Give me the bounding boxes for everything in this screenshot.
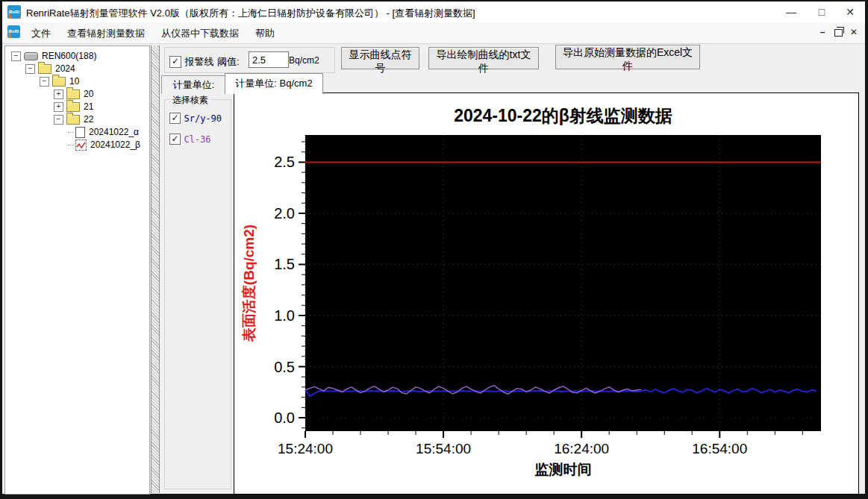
tree-item-label: 20 (84, 89, 93, 99)
chart-file-icon (75, 139, 87, 151)
app-logo-icon: RnRi (7, 5, 21, 19)
maximize-button[interactable]: □ (809, 1, 834, 22)
y-axis-label: 表面活度(Bq/cm2) (241, 225, 257, 342)
alarm-line-group: ✓ 报警线 阈值: Bq/cm2 (164, 47, 335, 73)
x-tick-label: 15:54:00 (416, 441, 471, 456)
tree-item-label: 20241022_β (90, 139, 140, 150)
nuclide-checkbox-cl-36[interactable]: ✓ Cl-36 (169, 133, 211, 145)
tree-item[interactable]: 20241022_α (8, 126, 149, 139)
tab-unit-cps[interactable]: 计量单位: CPS (161, 75, 226, 93)
expand-toggle-icon[interactable]: + (54, 102, 63, 112)
nuclide-label: Sr/y-90 (184, 113, 222, 124)
menu-items: 文件查看辐射测量数据从仪器中下载数据帮助 (23, 22, 283, 45)
show-curve-points-button[interactable]: 显示曲线点符号 (341, 47, 419, 69)
document-icon (75, 127, 85, 138)
menu-item-1[interactable]: 查看辐射测量数据 (59, 22, 153, 45)
chart-title: 2024-10-22的β射线监测数据 (454, 106, 672, 125)
x-axis-label: 监测时间 (535, 462, 592, 477)
x-tick-label: 15:24:00 (278, 441, 333, 456)
device-icon (24, 52, 38, 60)
mdi-document-icon: RnRi (7, 25, 20, 38)
tree-item[interactable]: +20 (8, 88, 149, 101)
mdi-minimize-button[interactable]: – (816, 25, 829, 39)
tree-item-label: 21 (84, 101, 93, 112)
tree-item-label: 22 (84, 114, 93, 125)
tree-item[interactable]: −2024 (8, 63, 149, 75)
mdi-close-button[interactable]: ✕ (847, 25, 861, 39)
nuclide-label: Cl-36 (184, 134, 210, 145)
alarm-line-label: 报警线 (184, 56, 213, 67)
y-tick-label: 1.0 (274, 307, 295, 324)
tree-item-label: REN600(188) (42, 51, 96, 61)
collapse-toggle-icon[interactable]: − (54, 115, 63, 125)
checkbox-check-icon: ✓ (169, 56, 181, 68)
x-tick-label: 16:24:00 (554, 441, 609, 456)
tree-item[interactable]: −REN600(188) (8, 50, 149, 63)
collapse-toggle-icon[interactable]: − (40, 77, 49, 87)
folder-icon (38, 64, 51, 74)
expand-toggle-icon[interactable]: + (54, 90, 63, 99)
menu-bar: RnRi 文件查看辐射测量数据从仪器中下载数据帮助 – ✕ (2, 22, 865, 44)
tree-item-label: 20241022_α (89, 127, 139, 137)
nuclide-select-group: 选择核素 ✓ Sr/y-90 ✓ Cl-36 (164, 99, 231, 489)
folder-icon (66, 115, 80, 125)
tree-item[interactable]: −22 (8, 113, 149, 126)
threshold-label: 阈值: (217, 55, 240, 69)
window-title: RenriRate辐射剂量管理软件 V2.0版（版权所有：上海仁日辐射防护设备有… (26, 7, 475, 20)
tree-item[interactable]: 20241022_β (8, 139, 149, 151)
x-tick-label: 16:54:00 (692, 441, 747, 456)
folder-icon (52, 77, 66, 87)
y-tick-label: 2.5 (274, 154, 295, 170)
export-txt-button[interactable]: 导出绘制曲线的txt文件 (428, 47, 539, 69)
menu-item-2[interactable]: 从仪器中下载数据 (153, 22, 247, 45)
collapse-toggle-icon[interactable]: − (25, 64, 35, 74)
y-tick-label: 0.5 (274, 359, 295, 375)
y-tick-label: 2.0 (274, 205, 295, 222)
chart-panel: 2024-10-22的β射线监测数据0.00.51.01.52.02.515:2… (234, 92, 859, 495)
tree-connector (68, 145, 74, 145)
restore-icon (834, 29, 843, 37)
export-excel-button[interactable]: 导出原始测量数据的Excel文件 (555, 45, 700, 69)
close-button[interactable]: ✕ (837, 1, 863, 22)
y-tick-label: 0.0 (274, 409, 295, 426)
app-window: RnRi RenriRate辐射剂量管理软件 V2.0版（版权所有：上海仁日辐射… (2, 1, 865, 494)
threshold-unit-label: Bq/cm2 (289, 55, 319, 66)
tree-connector (68, 132, 74, 133)
alarm-line-checkbox[interactable]: ✓ 报警线 (169, 54, 213, 69)
checkbox-check-icon: ✓ (169, 134, 181, 145)
title-bar: RnRi RenriRate辐射剂量管理软件 V2.0版（版权所有：上海仁日辐射… (2, 1, 865, 22)
collapse-toggle-icon[interactable]: − (11, 51, 21, 61)
folder-icon (66, 102, 80, 112)
measurement-tree: −REN600(188)−2024−10+20+21−2220241022_α2… (4, 45, 150, 495)
minimize-button[interactable]: — (778, 1, 804, 22)
panel-splitter[interactable] (151, 45, 160, 493)
y-tick-label: 1.5 (274, 256, 295, 272)
tab-unit-bqcm2[interactable]: 计量单位: Bq/cm2 (225, 73, 323, 94)
mdi-restore-button[interactable] (831, 25, 845, 39)
nuclide-checkbox-sr-y-90[interactable]: ✓ Sr/y-90 (169, 112, 222, 124)
tree-item-label: 2024 (55, 63, 75, 74)
folder-icon (66, 90, 80, 99)
monitor-chart: 2024-10-22的β射线监测数据0.00.51.01.52.02.515:2… (234, 93, 858, 494)
tree-root: −REN600(188)−2024−10+20+21−2220241022_α2… (5, 46, 149, 151)
tree-item-label: 10 (69, 76, 79, 87)
menu-item-0[interactable]: 文件 (23, 22, 59, 45)
checkbox-check-icon: ✓ (169, 113, 181, 124)
tree-item[interactable]: −10 (8, 75, 149, 88)
threshold-input[interactable] (249, 51, 289, 68)
nuclide-group-title: 选择核素 (170, 94, 210, 107)
menu-item-3[interactable]: 帮助 (247, 22, 283, 45)
tree-item[interactable]: +21 (8, 101, 149, 113)
